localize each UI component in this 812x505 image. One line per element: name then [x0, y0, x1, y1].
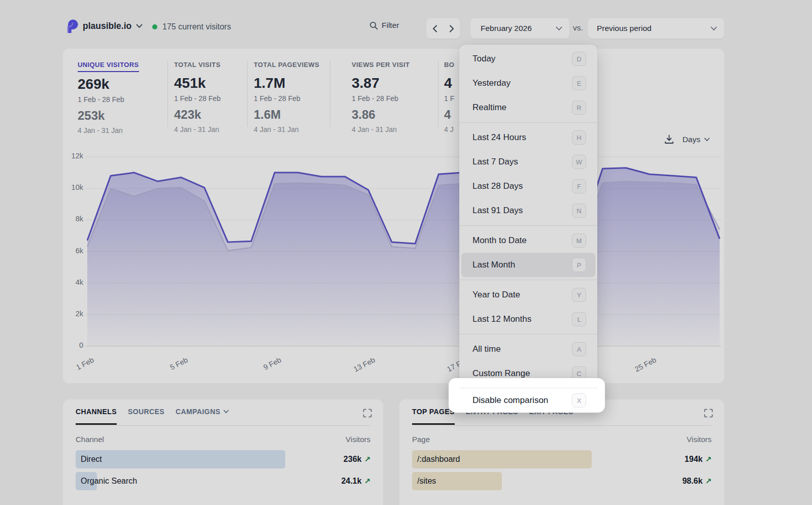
hotkey-badge: X: [572, 393, 586, 408]
dim-overlay: [0, 0, 812, 505]
plausible-dashboard: plausible.io 175 current visitors Filter…: [0, 0, 812, 505]
menu-item-label: Disable comparison: [472, 395, 548, 406]
menu-item-disable-comparison[interactable]: Disable comparison X: [449, 388, 605, 413]
disable-comparison-spotlight: Disable comparison X: [449, 378, 605, 413]
